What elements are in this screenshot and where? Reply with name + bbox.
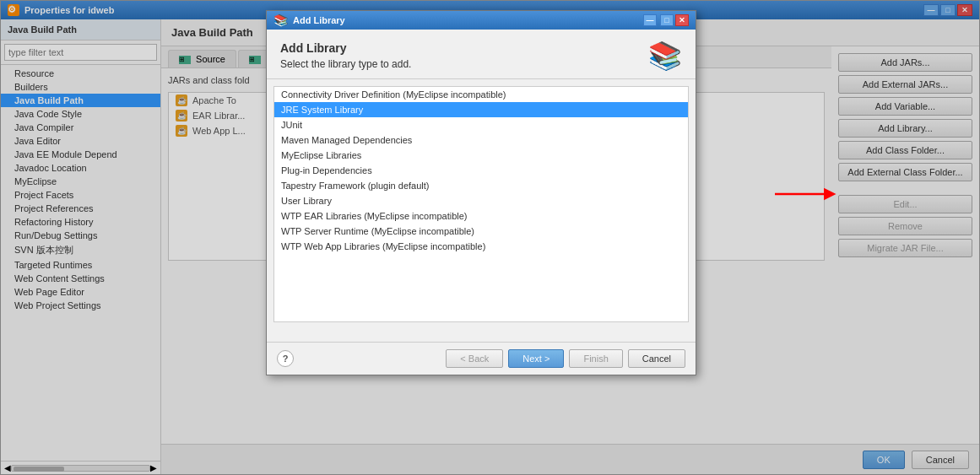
modal-minimize-button[interactable]: — — [643, 14, 657, 26]
modal-body: Connectivity Driver Definition (MyEclips… — [267, 79, 696, 342]
modal-close-button[interactable]: ✕ — [675, 14, 689, 26]
modal-footer: ? < Back Next > Finish Cancel — [267, 342, 696, 375]
library-item[interactable]: User Library — [274, 193, 688, 208]
arrow-annotation — [771, 181, 838, 207]
back-button[interactable]: < Back — [446, 349, 503, 368]
help-button[interactable]: ? — [277, 350, 294, 367]
library-item[interactable]: Connectivity Driver Definition (MyEclips… — [274, 87, 688, 102]
library-item[interactable]: MyEclipse Libraries — [274, 148, 688, 163]
library-item[interactable]: Maven Managed Dependencies — [274, 132, 688, 148]
library-item[interactable]: JRE System Library — [274, 102, 688, 117]
modal-header-title: Add Library — [280, 41, 411, 55]
modal-title-bar: 📚 Add Library — □ ✕ — [267, 11, 696, 30]
modal-cancel-button[interactable]: Cancel — [628, 349, 685, 368]
library-item[interactable]: JUnit — [274, 117, 688, 132]
finish-button[interactable]: Finish — [569, 349, 622, 368]
modal-header-subtitle: Select the library type to add. — [280, 58, 411, 70]
modal-title-icon: 📚 — [273, 13, 288, 27]
modal-header-icon: 📚 — [648, 40, 682, 72]
library-item[interactable]: WTP Server Runtime (MyEclipse incompatib… — [274, 224, 688, 239]
library-list[interactable]: Connectivity Driver Definition (MyEclips… — [273, 86, 689, 322]
modal-header: Add Library Select the library type to a… — [267, 30, 696, 79]
modal-maximize-button[interactable]: □ — [660, 14, 674, 26]
library-item[interactable]: WTP Web App Libraries (MyEclipse incompa… — [274, 239, 688, 254]
next-button[interactable]: Next > — [508, 349, 564, 368]
add-library-dialog: 📚 Add Library — □ ✕ Add Library Select t… — [266, 10, 696, 375]
modal-title: Add Library — [293, 15, 345, 25]
modal-overlay: 📚 Add Library — □ ✕ Add Library Select t… — [0, 0, 980, 475]
library-item[interactable]: Tapestry Framework (plugin default) — [274, 178, 688, 193]
library-item[interactable]: Plug-in Dependencies — [274, 163, 688, 178]
library-item[interactable]: WTP EAR Libraries (MyEclipse incompatibl… — [274, 208, 688, 224]
